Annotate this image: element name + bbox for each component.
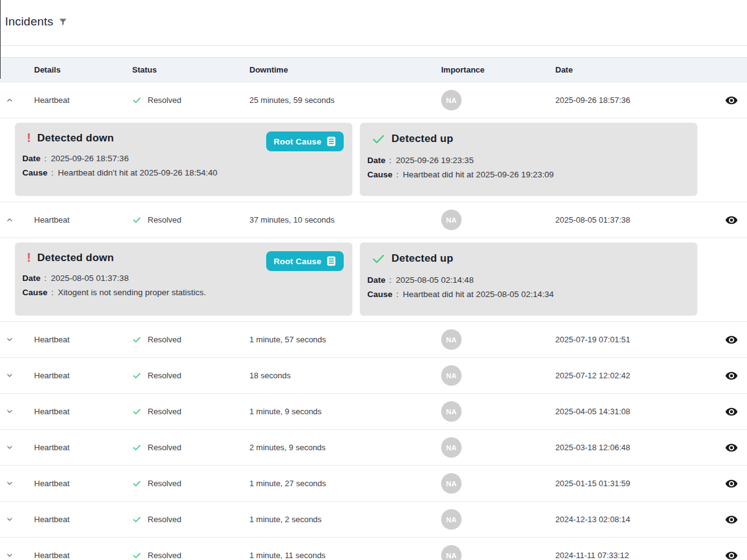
cause-label: Cause [367, 170, 393, 179]
chevron-down-icon[interactable] [6, 479, 14, 487]
detected-down-title: Detected down [37, 252, 114, 264]
down-date-value: 2025-09-26 18:57:36 [51, 154, 128, 163]
incident-date: 2025-08-05 01:37:38 [555, 215, 710, 224]
table-row[interactable]: Heartbeat Resolved 1 minute, 11 seconds … [0, 538, 747, 560]
date-label: Date [367, 275, 385, 285]
detected-down-panel: ! Detected down Root Cause Date : 2025-0… [15, 123, 352, 196]
up-cause-value: Heartbeat did hit at 2025-08-05 02:14:34 [403, 290, 553, 299]
chevron-up-icon[interactable] [6, 216, 14, 224]
chevron-down-icon[interactable] [6, 407, 14, 416]
page-header: Incidents [0, 0, 747, 46]
table-row[interactable]: Heartbeat Resolved 1 minute, 9 seconds N… [0, 394, 747, 430]
view-incident-button[interactable] [723, 368, 740, 384]
incident-downtime: 1 minute, 2 seconds [249, 515, 441, 524]
table-body: Heartbeat Resolved 25 minutes, 59 second… [0, 82, 747, 560]
importance-badge: NA [441, 545, 462, 560]
detected-up-title: Detected up [391, 252, 454, 265]
cause-label: Cause [22, 288, 48, 297]
down-date-value: 2025-08-05 01:37:38 [51, 273, 128, 283]
eye-icon [725, 94, 738, 107]
table-row[interactable]: Heartbeat Resolved 1 minute, 27 seconds … [0, 466, 747, 502]
view-incident-button[interactable] [723, 548, 740, 560]
column-header-details: Details [34, 65, 132, 74]
chevron-down-icon[interactable] [6, 371, 14, 380]
success-check-icon [372, 252, 385, 265]
incident-status: Resolved [148, 215, 181, 224]
incident-details: Heartbeat [34, 479, 132, 488]
down-cause-row: Cause : Heartbeat didn't hit at 2025-09-… [22, 168, 342, 177]
table-row[interactable]: Heartbeat Resolved 37 minutes, 10 second… [0, 202, 747, 238]
table-row[interactable]: Heartbeat Resolved 18 seconds NA 2025-07… [0, 358, 747, 394]
chevron-down-icon[interactable] [6, 515, 14, 523]
incident-date: 2025-03-18 12:06:48 [555, 443, 710, 452]
up-cause-row: Cause : Heartbeat did hit at 2025-08-05 … [367, 290, 687, 299]
incident-downtime: 1 minute, 27 seconds [249, 479, 441, 488]
up-cause-value: Heartbeat did hit at 2025-09-26 19:23:09 [403, 170, 553, 179]
incident-status: Resolved [148, 96, 181, 105]
cause-label: Cause [22, 168, 48, 177]
incident-status: Resolved [148, 515, 181, 524]
success-check-icon [372, 132, 385, 146]
importance-badge: NA [441, 509, 462, 530]
down-cause-value: Heartbeat didn't hit at 2025-09-26 18:54… [58, 168, 217, 177]
incident-expansion: ! Detected down Root Cause Date : 2025-0… [0, 118, 747, 202]
eye-icon [725, 441, 738, 455]
column-header-date: Date [555, 65, 710, 74]
incident-expansion: ! Detected down Root Cause Date : 2025-0… [0, 238, 747, 322]
chevron-down-icon[interactable] [6, 551, 14, 559]
incident-details: Heartbeat [34, 407, 132, 416]
eye-icon [725, 369, 738, 383]
incident-details: Heartbeat [34, 551, 132, 560]
table-row[interactable]: Heartbeat Resolved 2 minutes, 9 seconds … [0, 430, 747, 466]
view-incident-button[interactable] [723, 404, 740, 420]
incident-date: 2025-09-26 18:57:36 [555, 96, 710, 105]
view-incident-button[interactable] [723, 512, 740, 528]
root-cause-button[interactable]: Root Cause [266, 131, 344, 151]
importance-badge: NA [441, 401, 462, 422]
resolved-check-icon [132, 407, 141, 416]
view-incident-button[interactable] [723, 92, 740, 109]
root-cause-button[interactable]: Root Cause [266, 251, 344, 271]
incident-downtime: 2 minutes, 9 seconds [249, 443, 441, 452]
incident-status: Resolved [148, 443, 181, 452]
view-incident-button[interactable] [723, 476, 740, 492]
up-date-row: Date : 2025-09-26 19:23:35 [367, 156, 687, 165]
incident-downtime: 37 minutes, 10 seconds [249, 215, 441, 224]
cause-label: Cause [367, 290, 393, 299]
down-date-row: Date : 2025-09-26 18:57:36 [22, 154, 342, 163]
eye-icon [725, 513, 738, 527]
chevron-down-icon[interactable] [6, 443, 14, 451]
view-incident-button[interactable] [723, 332, 740, 348]
incident-downtime: 1 minute, 9 seconds [249, 407, 441, 416]
eye-icon [725, 549, 738, 560]
view-incident-button[interactable] [723, 440, 740, 456]
up-date-value: 2025-08-05 02:14:48 [396, 275, 473, 285]
chevron-up-icon[interactable] [6, 96, 14, 104]
down-date-row: Date : 2025-08-05 01:37:38 [22, 273, 342, 283]
importance-badge: NA [441, 90, 462, 110]
view-incident-button[interactable] [723, 212, 740, 228]
chevron-down-icon[interactable] [6, 336, 14, 344]
table-row[interactable]: Heartbeat Resolved 1 minute, 2 seconds N… [0, 502, 747, 538]
table-row[interactable]: Heartbeat Resolved 25 minutes, 59 second… [0, 82, 747, 118]
detected-down-panel: ! Detected down Root Cause Date : 2025-0… [15, 242, 352, 316]
incident-date: 2025-07-19 07:01:51 [555, 335, 710, 344]
table-row[interactable]: Heartbeat Resolved 1 minute, 57 seconds … [0, 322, 747, 358]
incident-date: 2024-11-11 07:33:12 [555, 551, 710, 560]
incident-status: Resolved [148, 551, 181, 560]
up-cause-row: Cause : Heartbeat did hit at 2025-09-26 … [367, 170, 687, 179]
up-date-value: 2025-09-26 19:23:35 [396, 156, 473, 165]
eye-icon [725, 333, 738, 347]
incident-date: 2025-04-05 14:31:08 [555, 407, 710, 416]
resolved-check-icon [132, 96, 141, 105]
resolved-check-icon [132, 443, 141, 452]
importance-badge: NA [441, 329, 462, 350]
filter-icon[interactable] [58, 17, 68, 27]
detected-up-panel: Detected up Date : 2025-09-26 19:23:35 C… [360, 123, 697, 196]
root-cause-label: Root Cause [274, 137, 321, 146]
incident-details: Heartbeat [34, 335, 132, 344]
resolved-check-icon [132, 215, 141, 224]
incident-status: Resolved [148, 371, 181, 380]
eye-icon [725, 405, 738, 419]
resolved-check-icon [132, 479, 141, 488]
